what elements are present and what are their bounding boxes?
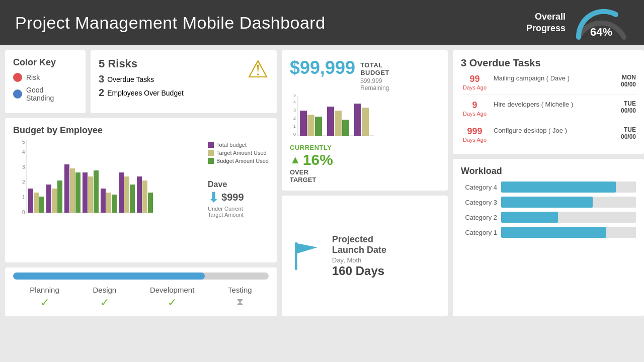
progress-gauge: 64%: [574, 5, 629, 41]
svg-rect-45: [362, 108, 369, 136]
svg-rect-16: [70, 168, 75, 213]
workload-row-3: Category 3: [461, 197, 636, 208]
top-left-row: Color Key Risk GoodStanding 5 Risks: [5, 50, 277, 113]
workload-label-2: Category 2: [461, 214, 497, 221]
workload-bar-bg-4: [501, 182, 636, 193]
svg-rect-46: [295, 242, 297, 270]
budget-by-employee-card: Budget by Employee 0 1 2 3 4 5: [5, 118, 277, 262]
good-standing-label: GoodStanding: [26, 86, 54, 102]
overdue-days-num-0: 99: [461, 74, 489, 84]
middle-column: $99,999 TOTALBUDGET $99,999Remaining 0 1…: [282, 50, 448, 316]
phase-testing-label: Testing: [228, 286, 252, 294]
legend-swatch-tan: [208, 150, 214, 156]
svg-rect-38: [300, 111, 307, 136]
overdue-day-0: MON00/00: [611, 74, 636, 88]
svg-rect-39: [307, 115, 314, 136]
svg-rect-14: [57, 180, 62, 213]
svg-rect-29: [148, 193, 153, 213]
svg-rect-28: [142, 180, 147, 213]
page-title: Project Management Mobile Dashboard: [15, 13, 326, 33]
phase-planning-check: ✓: [30, 296, 59, 309]
risks-label: Risks: [108, 57, 137, 70]
workload-bar-fill-3: [501, 197, 593, 208]
overdue-tasks-title: 3 Overdue Tasks: [461, 57, 636, 69]
overdue-item-1: 9 Days Ago Hire developers ( Michelle ) …: [461, 100, 636, 121]
workload-bar-bg-2: [501, 212, 636, 223]
phase-bar-container: [13, 273, 269, 280]
svg-rect-18: [83, 172, 88, 213]
budget-remaining: $99,999Remaining: [360, 77, 389, 92]
mini-bar-chart: 0 1 2 3 4 5: [290, 95, 375, 140]
legend-target: Target Amount Used: [208, 150, 269, 156]
currently-value: ▲ 16%: [290, 151, 440, 168]
phases-row: Planning ✓ Design ✓ Development ✓ Testin…: [13, 286, 269, 309]
risk-label: Risk: [26, 73, 40, 81]
overdue-days-label-2: Days Ago: [461, 137, 489, 143]
svg-rect-42: [335, 111, 342, 136]
good-standing-key-item: GoodStanding: [13, 86, 77, 102]
left-column: Color Key Risk GoodStanding 5 Risks: [5, 50, 277, 316]
budget-legend-area: Total budget Target Amount Used Budget A…: [208, 140, 269, 220]
workload-bar-bg-3: [501, 197, 636, 208]
launch-date-card: ProjectedLaunch Date Day, Moth 160 Days: [282, 196, 448, 316]
overdue-count: 3: [99, 73, 104, 85]
svg-rect-11: [39, 197, 44, 213]
budget-amount-block: $99,999: [290, 57, 355, 78]
svg-rect-26: [130, 185, 135, 213]
overdue-label: Overdue Tasks: [107, 75, 154, 83]
overdue-desc-0: Mailing campaign ( Dave ): [494, 74, 606, 83]
svg-text:64%: 64%: [590, 26, 612, 38]
launch-text: ProjectedLaunch Date Day, Moth 160 Days: [332, 234, 386, 278]
overdue-item-0: 99 Days Ago Mailing campaign ( Dave ) MO…: [461, 74, 636, 95]
workload-label-3: Category 3: [461, 199, 497, 206]
svg-rect-40: [315, 117, 322, 136]
overdue-days-2: 999 Days Ago: [461, 126, 489, 143]
legend-budget-label: Budget Amount Used: [216, 158, 269, 164]
svg-rect-17: [75, 172, 80, 213]
over-target-label: OVERTARGET: [290, 168, 440, 184]
budget-label-title: TOTALBUDGET: [360, 61, 389, 76]
svg-rect-23: [112, 195, 117, 213]
risks-text: 5 Risks 3 Overdue Tasks 2 Employees Over…: [99, 57, 242, 101]
svg-text:5: 5: [293, 95, 296, 98]
phase-planning-label: Planning: [30, 286, 59, 294]
total-budget-card: $99,999 TOTALBUDGET $99,999Remaining 0 1…: [282, 50, 448, 191]
color-key-title: Color Key: [13, 57, 77, 68]
svg-text:3: 3: [22, 164, 25, 170]
svg-rect-15: [64, 164, 69, 213]
svg-rect-20: [94, 170, 99, 213]
budget-label-block: TOTALBUDGET $99,999Remaining: [360, 57, 389, 92]
overdue-day-2: TUE00/00: [611, 126, 636, 140]
overdue-days-label-1: Days Ago: [461, 111, 489, 117]
color-key-card: Color Key Risk GoodStanding: [5, 50, 86, 113]
svg-text:4: 4: [22, 149, 25, 155]
workload-title: Workload: [461, 166, 636, 176]
header: Project Management Mobile Dashboard Over…: [0, 0, 644, 45]
workload-bar-bg-1: [501, 227, 636, 238]
svg-text:1: 1: [293, 124, 296, 129]
svg-rect-22: [106, 193, 111, 213]
budget-total-top: $99,999 TOTALBUDGET $99,999Remaining: [290, 57, 440, 92]
workload-bar-fill-1: [501, 227, 606, 238]
dave-info: Dave ⬇ $999 Under CurrentTarget Amount: [208, 180, 269, 218]
over-budget-count: 2: [99, 87, 104, 99]
launch-title: ProjectedLaunch Date: [332, 234, 386, 255]
flag-icon: [290, 238, 325, 274]
workload-row-2: Category 2: [461, 212, 636, 223]
overdue-days-label-0: Days Ago: [461, 84, 489, 90]
legend-total-label: Total budget: [216, 142, 247, 148]
up-arrow-icon: ▲: [290, 153, 301, 166]
svg-rect-41: [327, 107, 334, 136]
phase-development-check: ✓: [150, 296, 194, 309]
overdue-days-num-1: 9: [461, 100, 489, 111]
workload-bar-fill-2: [501, 212, 558, 223]
svg-rect-13: [52, 189, 57, 213]
dave-amount-row: ⬇ $999: [208, 189, 269, 206]
phase-design-check: ✓: [93, 296, 116, 309]
overdue-tasks-line: 3 Overdue Tasks: [99, 73, 242, 85]
phase-testing: Testing ⧗: [228, 286, 252, 309]
dave-name: Dave: [208, 180, 269, 189]
phase-design: Design ✓: [93, 286, 116, 309]
dave-description: Under CurrentTarget Amount: [208, 206, 269, 218]
risks-count: 5: [99, 57, 105, 70]
